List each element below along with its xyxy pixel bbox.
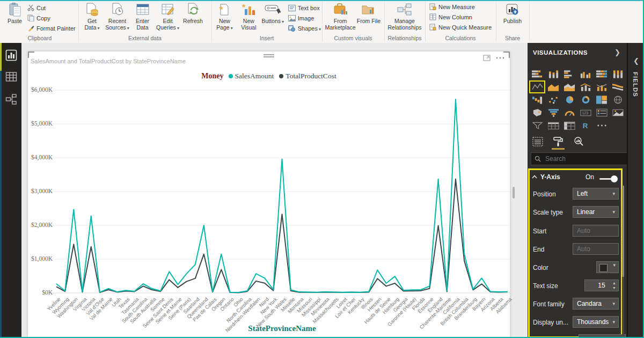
viz-icon-kpi[interactable] (610, 106, 626, 119)
viz-icon-area-chart[interactable] (545, 80, 561, 93)
viz-icon-stacked-column-chart[interactable] (545, 68, 561, 80)
recent-sources-button[interactable]: Recent Sources (105, 1, 130, 32)
ribbon-group-external-data: Get Data Recent Sources Enter Data (78, 0, 212, 42)
image-button[interactable]: Image (288, 13, 321, 23)
format-painter-button[interactable]: Format Painter (27, 23, 76, 33)
collapse-chevron-icon (532, 175, 537, 179)
new-column-button[interactable]: New Column (429, 12, 496, 22)
viz-icon-100-stacked-bar-chart[interactable] (594, 68, 610, 80)
image-icon (288, 15, 296, 21)
new-visual-button[interactable]: New Visual (237, 1, 261, 32)
analytics-magnifier-icon (573, 136, 584, 147)
manage-relationships-button[interactable]: Manage Relationships (386, 1, 423, 32)
viz-icon-line-stacked-column-chart[interactable] (594, 80, 610, 93)
viz-icon-gauge[interactable] (561, 106, 577, 119)
from-file-button[interactable]: From File (356, 1, 382, 32)
expand-pane-icon[interactable]: ❯ (614, 48, 620, 56)
canvas-scrollbar-thumb[interactable] (513, 187, 515, 199)
new-measure-label: New Measure (438, 4, 475, 10)
copy-button[interactable]: Copy (27, 13, 76, 23)
visualizations-pane: VISUALIZATIONS ❯ 123R Y-Axis On (528, 43, 627, 338)
get-data-button[interactable]: Get Data (79, 1, 105, 32)
viz-icon-waterfall-chart[interactable] (529, 93, 545, 106)
shapes-label: Shapes (298, 25, 321, 32)
viz-icon-table[interactable] (545, 119, 561, 132)
shapes-button[interactable]: Shapes (288, 23, 321, 33)
viz-icon-stacked-area-chart[interactable] (561, 80, 577, 93)
viz-icon-filled-map[interactable] (529, 106, 545, 119)
pane-scrollbar[interactable] (622, 186, 624, 336)
scale-type-dropdown[interactable]: Linear (573, 206, 619, 218)
refresh-label: Refresh (183, 18, 203, 24)
visualizations-pane-title: VISUALIZATIONS (533, 49, 588, 56)
viz-icon-pie-chart[interactable] (561, 93, 577, 106)
viz-icon-ellipsis[interactable] (594, 119, 610, 132)
text-box-button[interactable]: Text box (288, 3, 321, 13)
report-view-button[interactable] (4, 48, 18, 62)
group-label-calculations: Calculations (425, 35, 496, 41)
edit-queries-button[interactable]: Edit Queries (155, 1, 180, 32)
viz-icon-line-chart[interactable] (529, 80, 545, 93)
tab-fields[interactable] (531, 135, 545, 148)
new-quick-measure-button[interactable]: New Quick Measure (429, 22, 496, 32)
font-family-dropdown[interactable]: Candara (573, 298, 619, 310)
property-row-font-family: Font family Candara (533, 298, 619, 311)
paste-button[interactable]: Paste (2, 1, 27, 32)
buttons-button[interactable]: Buttons (261, 1, 285, 32)
buttons-label: Buttons (261, 18, 284, 24)
viz-icon-card[interactable]: 123 (577, 106, 594, 119)
group-label-custom-visuals: Custom visuals (322, 35, 384, 41)
viz-icon-r-script[interactable]: R (577, 119, 594, 132)
paste-icon (8, 2, 22, 18)
viz-icon-donut-chart[interactable] (577, 93, 594, 106)
refresh-button[interactable]: Refresh (180, 1, 206, 32)
viz-icon-stacked-bar-chart[interactable] (529, 68, 545, 80)
expand-fields-icon[interactable]: ❮ (633, 57, 639, 65)
viz-icon-multi-row-card[interactable] (594, 106, 610, 119)
format-search-box[interactable] (531, 152, 627, 165)
edit-queries-label: Edit Queries (155, 18, 180, 31)
viz-icon-100-stacked-column-chart[interactable] (610, 68, 626, 80)
color-picker-dropdown[interactable] (596, 261, 619, 273)
cut-button[interactable]: Cut (27, 3, 76, 13)
text-box-icon (288, 5, 296, 11)
report-view-icon (5, 49, 17, 61)
tab-format[interactable] (551, 135, 565, 148)
get-data-icon (85, 2, 99, 18)
sidebar-accent-strip (0, 71, 2, 338)
viz-icon-clustered-bar-chart[interactable] (561, 68, 577, 80)
viz-icon-clustered-column-chart[interactable] (577, 68, 594, 80)
from-marketplace-button[interactable]: From Marketplace (325, 1, 356, 32)
viz-icon-funnel[interactable] (545, 106, 561, 119)
viz-icon-map[interactable] (610, 93, 626, 106)
viz-icon-slicer[interactable] (529, 119, 545, 132)
publish-label: Publish (503, 18, 522, 24)
data-view-button[interactable] (4, 70, 18, 84)
yaxis-toggle[interactable] (599, 175, 618, 182)
new-page-button[interactable]: New Page (213, 1, 237, 32)
report-canvas[interactable]: SalesAmount and TotalProductCost by Stat… (21, 43, 528, 338)
fields-pane-title: FIELDS (632, 72, 639, 97)
enter-data-button[interactable]: Enter Data (130, 1, 155, 32)
viz-icon-line-clustered-column-chart[interactable] (577, 80, 594, 93)
search-input[interactable] (544, 155, 611, 163)
ribbon-group-custom-visuals: From Marketplace From File Custom visual… (322, 0, 385, 42)
new-quick-measure-icon (429, 24, 436, 31)
display-units-dropdown[interactable]: Thousands (573, 316, 619, 328)
end-input[interactable] (573, 243, 619, 255)
new-measure-button[interactable]: New Measure (429, 2, 496, 12)
tab-analytics[interactable] (572, 135, 586, 148)
color-label: Color (533, 261, 548, 274)
publish-button[interactable]: Publish (500, 1, 525, 32)
yaxis-section-header[interactable]: Y-Axis On (532, 172, 618, 185)
viz-icon-scatter-chart[interactable] (545, 93, 561, 106)
viz-icon-matrix[interactable] (561, 119, 577, 132)
viz-icon-treemap[interactable] (594, 93, 610, 106)
start-input[interactable] (573, 225, 619, 237)
stepper-arrows-icon[interactable]: ▲▼ (612, 281, 616, 290)
line-chart-visual[interactable]: SalesAmount and TotalProductCost by Stat… (28, 52, 510, 338)
position-dropdown[interactable]: Left (573, 188, 619, 200)
viz-icon-ribbon-chart[interactable] (610, 80, 626, 93)
model-view-button[interactable] (4, 92, 18, 106)
text-size-stepper[interactable]: 15▲▼ (584, 280, 619, 291)
